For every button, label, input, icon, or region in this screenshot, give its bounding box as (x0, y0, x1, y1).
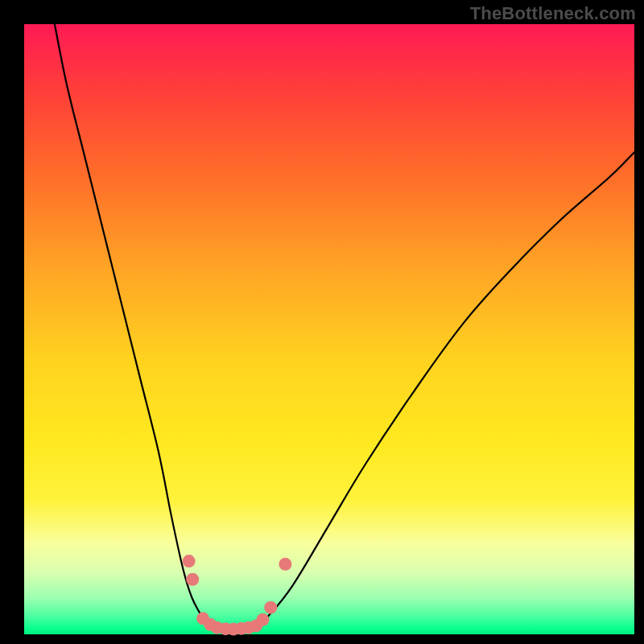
curve-right-branch (256, 152, 634, 626)
curve-left-branch (55, 24, 210, 625)
data-marker (186, 573, 199, 586)
data-marker (264, 601, 277, 614)
data-marker (279, 558, 291, 571)
plot-area (24, 24, 634, 634)
chart-frame: TheBottleneck.com (0, 0, 644, 644)
marker-group (183, 555, 292, 636)
watermark-text: TheBottleneck.com (470, 3, 636, 24)
chart-svg (24, 24, 634, 634)
data-marker (183, 555, 196, 568)
data-marker (256, 613, 269, 626)
